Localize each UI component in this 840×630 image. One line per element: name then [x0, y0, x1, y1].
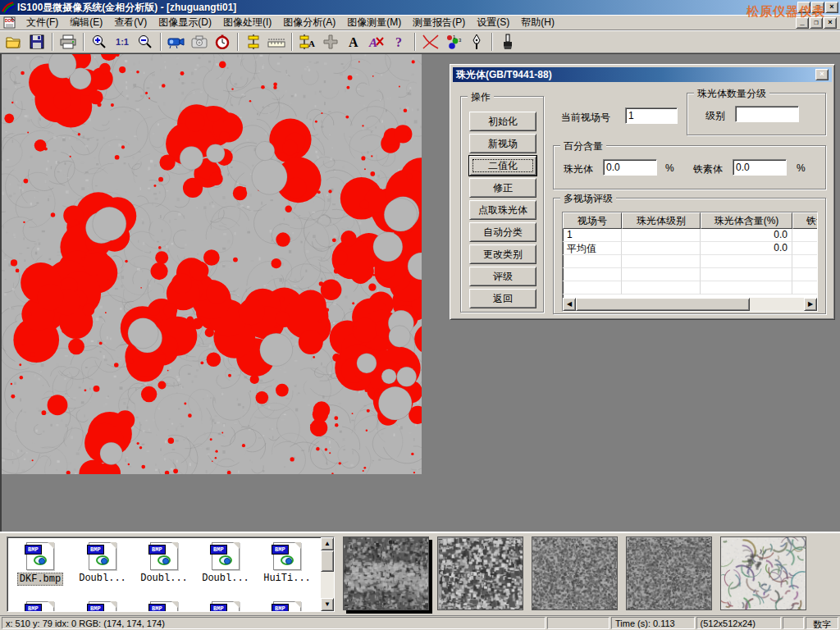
- percent-group: 百分含量 珠光体 % 铁素体 %: [553, 145, 826, 189]
- bmp-file-icon: BMP: [89, 542, 116, 570]
- file-item[interactable]: BMP: [196, 601, 255, 612]
- child-minimize-button[interactable]: _: [796, 17, 809, 29]
- text-style-icon[interactable]: A: [366, 32, 387, 52]
- table-row[interactable]: [563, 268, 817, 281]
- scrollbar-thumb[interactable]: [576, 298, 750, 311]
- thumbnail-4[interactable]: [626, 536, 712, 610]
- restore-button[interactable]: ❐: [811, 2, 824, 13]
- print-icon[interactable]: [57, 32, 79, 52]
- move-cross-icon[interactable]: [320, 32, 341, 52]
- table-row[interactable]: [563, 255, 817, 268]
- scrollbar-thumb[interactable]: [321, 550, 334, 572]
- thumbnail-2[interactable]: [437, 536, 523, 610]
- level-input[interactable]: [735, 106, 799, 122]
- thumbnail-5[interactable]: [720, 536, 806, 610]
- caliper-text-icon[interactable]: A: [297, 32, 318, 52]
- ferrite-input[interactable]: [733, 159, 787, 176]
- ruler-horizontal-icon[interactable]: [266, 32, 287, 52]
- probe-pen-icon[interactable]: [466, 32, 487, 52]
- bmp-file-icon: BMP: [150, 542, 178, 570]
- toolbar-separator: [491, 33, 493, 51]
- pick-pearlite-button[interactable]: 点取珠光体: [469, 200, 536, 220]
- new-field-button[interactable]: 新视场: [469, 134, 536, 153]
- brush-icon[interactable]: [497, 32, 518, 52]
- file-name[interactable]: Doubl...: [139, 573, 189, 584]
- pearlite-input[interactable]: [603, 159, 657, 176]
- thumbnail-3[interactable]: [532, 536, 618, 610]
- grading-group: 珠光体数量分级 级别: [687, 93, 826, 135]
- minimize-button[interactable]: _: [797, 2, 810, 13]
- cell: [792, 242, 818, 255]
- status-position: x: 510 y: 79 idx: 0 RGB: (174, 174, 174): [2, 617, 546, 629]
- menu-settings[interactable]: 设置(S): [471, 14, 515, 31]
- scroll-up-icon[interactable]: ▲: [321, 537, 334, 550]
- file-item[interactable]: BMP: [73, 601, 132, 612]
- zoom-out-icon[interactable]: [135, 32, 156, 52]
- count-points-icon[interactable]: 13: [443, 32, 464, 52]
- file-list[interactable]: BMP DKF.bmp BMP Doubl... BMP Doubl... BM…: [7, 536, 335, 612]
- grading-table[interactable]: 视场号 珠光体级别 珠光体含量(%) 铁素体 1 0.0 平均值 0.0: [562, 212, 818, 312]
- file-item[interactable]: BMP Doubl...: [196, 542, 255, 584]
- binarize-button[interactable]: 二值化: [469, 156, 536, 176]
- dialog-close-button[interactable]: ×: [815, 69, 829, 80]
- bmp-file-icon: BMP: [212, 542, 240, 570]
- svg-text:A: A: [349, 35, 358, 49]
- document-icon[interactable]: DOC: [3, 16, 17, 29]
- table-row[interactable]: 平均值 0.0: [563, 242, 817, 255]
- return-button[interactable]: 返回: [469, 289, 536, 308]
- curve-tool-icon[interactable]: [420, 32, 441, 52]
- text-a-icon[interactable]: A: [343, 32, 364, 52]
- file-name[interactable]: HuiTi...: [262, 573, 313, 584]
- dialog-title-bar[interactable]: 珠光体(GB/T9441-88) ×: [453, 67, 832, 82]
- scroll-down-icon[interactable]: ▼: [321, 598, 334, 611]
- file-list-scrollbar[interactable]: ▲ ▼: [321, 537, 334, 611]
- menu-image-analysis[interactable]: 图像分析(A): [277, 14, 341, 31]
- file-item[interactable]: BMP DKF.bmp: [11, 542, 70, 586]
- caliper-vertical-icon[interactable]: [243, 32, 264, 52]
- micrograph-image[interactable]: [2, 54, 422, 474]
- file-item[interactable]: BMP: [11, 601, 70, 612]
- child-restore-button[interactable]: ❐: [810, 17, 823, 29]
- close-button[interactable]: ×: [825, 2, 838, 13]
- camera-icon[interactable]: [189, 32, 210, 52]
- file-item[interactable]: BMP: [258, 601, 317, 612]
- file-item[interactable]: BMP: [135, 601, 194, 612]
- menu-report[interactable]: 测量报告(P): [407, 14, 471, 31]
- auto-classify-button[interactable]: 自动分类: [469, 222, 536, 242]
- menu-image-display[interactable]: 图像显示(D): [153, 14, 217, 31]
- status-bar: x: 510 y: 79 idx: 0 RGB: (174, 174, 174)…: [0, 615, 840, 630]
- actual-size-icon[interactable]: 1:1: [112, 32, 133, 52]
- scroll-left-icon[interactable]: ◀: [563, 298, 576, 311]
- child-close-button[interactable]: ×: [824, 17, 837, 29]
- save-icon[interactable]: [26, 32, 48, 52]
- table-row[interactable]: 1 0.0: [563, 229, 817, 242]
- menu-help[interactable]: 帮助(H): [515, 14, 560, 31]
- file-item[interactable]: BMP Doubl...: [135, 542, 194, 584]
- help-icon[interactable]: ?: [389, 32, 410, 52]
- cell: [622, 229, 701, 242]
- correct-button[interactable]: 修正: [469, 178, 536, 198]
- menu-image-process[interactable]: 图像处理(I): [217, 14, 277, 31]
- menu-file[interactable]: 文件(F): [21, 14, 64, 31]
- change-class-button[interactable]: 更改类别: [469, 244, 536, 264]
- menu-view[interactable]: 查看(V): [108, 14, 153, 31]
- file-name[interactable]: Doubl...: [77, 573, 128, 584]
- table-row[interactable]: [563, 281, 817, 294]
- video-camera-icon[interactable]: [166, 32, 187, 52]
- file-item[interactable]: BMP Doubl...: [73, 542, 132, 584]
- file-name[interactable]: DKF.bmp: [17, 573, 63, 586]
- zoom-in-icon[interactable]: [89, 32, 110, 52]
- initialize-button[interactable]: 初始化: [469, 112, 536, 131]
- menu-edit[interactable]: 编辑(E): [64, 14, 108, 31]
- menu-image-measure[interactable]: 图像测量(M): [341, 14, 407, 31]
- open-icon[interactable]: [3, 32, 25, 52]
- stopwatch-icon[interactable]: [212, 32, 233, 52]
- file-item[interactable]: BMP HuiTi...: [258, 542, 317, 584]
- current-field-input[interactable]: [625, 107, 678, 124]
- file-name[interactable]: Doubl...: [200, 573, 251, 584]
- grade-button[interactable]: 评级: [469, 267, 536, 286]
- eye-icon: [96, 555, 109, 565]
- scroll-right-icon[interactable]: ▶: [804, 298, 817, 311]
- table-horizontal-scrollbar[interactable]: ◀ ▶: [563, 298, 817, 311]
- thumbnail-1[interactable]: [343, 536, 429, 610]
